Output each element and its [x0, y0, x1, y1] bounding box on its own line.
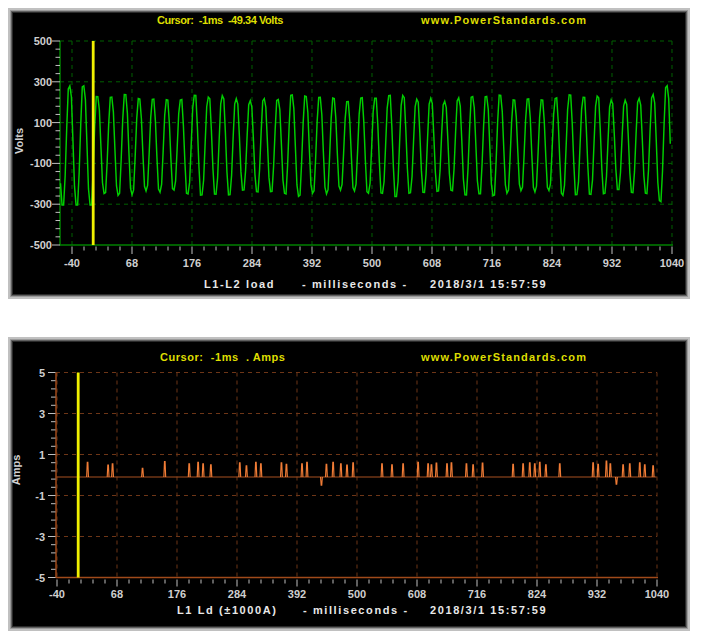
amps-current-spike — [622, 465, 624, 477]
amps-current-spike — [446, 464, 448, 477]
amps-current-spike — [466, 464, 468, 477]
volts-x-tick-label: 500 — [363, 257, 381, 270]
amps-current-spike — [286, 464, 288, 477]
amps-current-spike — [431, 465, 433, 477]
amps-current-spike — [472, 465, 474, 477]
amps-y-tick-label: -3 — [0, 530, 45, 543]
amps-x-tick-label: 500 — [348, 588, 366, 601]
amps-current-spike — [301, 464, 303, 477]
volts-y-tick-label: -300 — [0, 198, 52, 211]
volts-y-tick-label: -500 — [0, 239, 52, 252]
amps-current-spike — [321, 477, 323, 485]
volts-y-tick-label: -100 — [0, 157, 52, 170]
volts-y-tick-label: 500 — [0, 35, 52, 48]
amps-current-spike — [239, 463, 241, 477]
amps-current-spike — [644, 465, 646, 477]
volts-x-tick-label: 392 — [303, 257, 321, 270]
amps-current-spike — [609, 464, 611, 477]
amps-current-spike — [87, 462, 89, 477]
volts-x-tick-label: 1040 — [660, 257, 684, 270]
amps-current-spike — [451, 463, 453, 477]
amps-y-tick-label: -5 — [0, 571, 45, 584]
volts-channel-label: L1-L2 load — [204, 278, 275, 291]
amps-current-spike — [606, 461, 608, 477]
amps-x-tick-label: 1040 — [645, 588, 669, 601]
amps-current-spike — [107, 465, 109, 477]
volts-y-tick-label: 300 — [0, 75, 52, 88]
amps-current-spike — [616, 477, 618, 484]
amps-x-tick-label: 824 — [528, 588, 546, 601]
amps-current-spike — [164, 462, 166, 477]
volts-x-tick-label: 824 — [543, 257, 561, 270]
volts-timestamp: 2018/3/1 15:57:59 — [430, 278, 547, 291]
amps-current-spike — [629, 464, 631, 477]
amps-x-tick-label: 284 — [228, 588, 246, 601]
amps-y-tick-label: -1 — [0, 489, 45, 502]
amps-x-tick-label: 716 — [468, 588, 486, 601]
amps-current-spike — [352, 463, 354, 477]
amps-current-spike — [592, 463, 594, 477]
amps-current-spike — [346, 465, 348, 477]
amps-x-tick-label: -40 — [49, 588, 65, 601]
amps-x-tick-label: 932 — [588, 588, 606, 601]
amps-timestamp: 2018/3/1 15:57:59 — [430, 604, 547, 617]
amps-current-spike — [202, 464, 204, 477]
amps-current-spike — [482, 463, 484, 477]
amps-current-spike — [427, 464, 429, 477]
amps-current-spike — [529, 463, 531, 477]
amps-current-spike — [326, 464, 328, 477]
amps-x-tick-label: 392 — [288, 588, 306, 601]
volts-site-link[interactable]: www.PowerStandards.com — [421, 13, 587, 27]
volts-y-axis-title: Volts — [13, 128, 25, 154]
volts-x-tick-label: 176 — [183, 257, 201, 270]
amps-y-tick-label: 1 — [0, 448, 45, 461]
amps-current-spike — [332, 462, 334, 477]
volts-x-tick-label: 284 — [243, 257, 261, 270]
amps-current-spike — [545, 465, 547, 477]
amps-y-tick-label: 5 — [0, 366, 45, 379]
amps-current-spike — [188, 464, 190, 477]
volts-x-tick-label: 932 — [603, 257, 621, 270]
amps-current-spike — [340, 464, 342, 477]
amps-x-tick-label: 608 — [408, 588, 426, 601]
amps-current-spike — [639, 463, 641, 477]
amps-x-tick-label: 68 — [111, 588, 123, 601]
amps-current-spike — [417, 462, 419, 477]
volts-cursor-readout: Cursor: -1ms -49.34 Volts — [157, 13, 283, 27]
volts-x-tick-label: 608 — [423, 257, 441, 270]
page: Cursor: -1ms -49.34 Volts www.PowerStand… — [0, 0, 704, 638]
amps-cursor-readout: Cursor: -1ms . Amps — [160, 350, 285, 364]
volts-y-tick-label: 100 — [0, 116, 52, 129]
amps-current-spike — [142, 468, 144, 477]
amps-current-spike — [255, 462, 257, 477]
amps-current-spike — [512, 464, 514, 477]
amps-current-spike — [534, 464, 536, 477]
amps-site-link[interactable]: www.PowerStandards.com — [421, 350, 587, 364]
volts-waveform — [61, 86, 671, 205]
amps-x-tick-label: 176 — [168, 588, 186, 601]
amps-current-spike — [260, 464, 262, 477]
amps-current-spike — [539, 462, 541, 477]
amps-channel-label: L1 Ld (±1000A) — [177, 604, 278, 617]
amps-current-spike — [306, 462, 308, 477]
amps-current-spike — [246, 466, 248, 477]
amps-current-spike — [391, 465, 393, 477]
amps-current-spike — [522, 464, 524, 477]
charts-canvas — [0, 0, 704, 638]
amps-axis-caption: - milliseconds - — [303, 604, 409, 617]
amps-current-spike — [197, 462, 199, 477]
amps-current-spike — [381, 464, 383, 477]
amps-current-spike — [652, 466, 654, 477]
amps-current-spike — [559, 464, 561, 477]
amps-current-spike — [112, 464, 114, 477]
amps-current-spike — [597, 464, 599, 477]
amps-current-spike — [210, 465, 212, 477]
volts-x-tick-label: -40 — [64, 257, 80, 270]
amps-current-spike — [436, 463, 438, 477]
amps-y-tick-label: 3 — [0, 407, 45, 420]
volts-axis-caption: - milliseconds - — [302, 278, 408, 291]
volts-x-tick-label: 68 — [126, 257, 138, 270]
amps-current-spike — [281, 463, 283, 477]
volts-x-tick-label: 716 — [483, 257, 501, 270]
amps-current-spike — [402, 464, 404, 477]
